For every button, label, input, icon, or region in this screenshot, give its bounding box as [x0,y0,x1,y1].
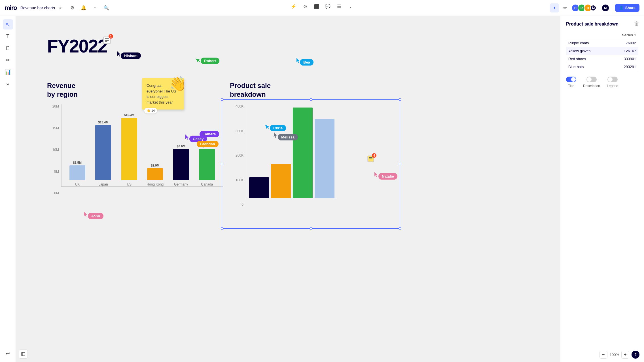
cursor-casey: Casey [185,134,190,141]
resize-handle-br[interactable] [399,227,401,230]
menu-icon[interactable]: ☰ [334,1,344,11]
user-label-john: John [88,213,103,219]
row-value-red-shoes[interactable]: 333901 [609,55,638,63]
more-tools[interactable]: » [3,79,13,89]
svg-rect-7 [22,352,25,356]
cursor-melissa: Melissa [274,133,278,140]
present-icon[interactable]: ✦ [550,3,559,12]
frame-icon[interactable]: ⬛ [311,1,321,11]
product-chart-note-icon[interactable]: 4 [367,155,375,164]
bar-canada: $7.6M Canada [194,144,220,186]
legend-toggle[interactable] [607,77,618,82]
share-board-icon[interactable]: ↑ [90,3,99,12]
description-toggle[interactable] [586,77,597,82]
star-icon[interactable]: ★ [58,6,62,10]
notifications-icon[interactable]: 🔔 [79,3,88,12]
bar-yellow-gloves [270,164,292,198]
data-table: Series 1 Purple coats 76032 Yellow glove… [566,31,638,71]
bar-us-rect[interactable] [121,118,137,180]
help-button[interactable]: ? [632,351,639,359]
resize-handle-mr[interactable] [399,163,401,165]
user-label-melissa: Melissa [278,134,298,140]
lightning-icon[interactable]: ⚡ [289,1,299,11]
row-label-blue-hats: Blue hats [566,63,609,71]
board-title[interactable]: Revenue bar charts [20,6,55,10]
toggle-row: Title Description Legend [566,77,638,88]
bar-label-uk: UK [75,182,80,186]
table-row[interactable]: Purple coats 76032 [566,39,638,47]
resize-handle-bl[interactable] [221,227,223,230]
app-logo: miro [5,4,17,12]
bar-japan-rect[interactable] [95,125,111,180]
cursor-hisham: Hisham [117,51,122,58]
col-header-series: Series 1 [609,31,638,39]
row-label-red-shoes: Red shoes [566,55,609,63]
table-row[interactable]: Yellow gloves 126167 [566,47,638,55]
settings-icon[interactable]: ⚙ [68,3,77,12]
pen-tool[interactable]: ✏ [3,55,13,65]
table-row[interactable]: Red shoes 333901 [566,55,638,63]
bar-hongkong: $2.9M Hong Kong [142,164,168,186]
row-label-purple-coats: Purple coats [566,39,609,47]
bar-us: $15.3M US [116,113,142,186]
user-label-natalie: Natalie [378,173,397,180]
delete-button[interactable]: 🗑 [634,20,639,27]
user-avatar: M [601,4,609,12]
user-label-robert: Robert [201,58,219,64]
legend-toggle-label: Legend [607,84,618,88]
share-icon: 👤 [619,6,624,10]
bar-canada-rect[interactable] [199,149,215,180]
row-value-yellow-gloves[interactable]: 126167 [609,47,638,55]
toggle-knob [608,77,613,82]
user-label-brendan: Brendan [197,141,219,147]
cursor-natalie: Natalie [374,172,379,179]
collaborator-avatars: H R B 12 [573,4,596,12]
topbar: miro Revenue bar charts ★ ⚙ 🔔 ↑ 🔍 ⚡ ⊙ ⬛ … [0,0,644,16]
avatar-count[interactable]: 12 [590,5,596,11]
user-label-chris: Chris [270,125,286,131]
bar-red-shoes-rect[interactable] [293,108,313,198]
bar-label-canada: Canada [201,182,213,186]
description-toggle-item: Description [583,77,600,88]
chart-tool[interactable]: 📊 [3,67,13,77]
toggle-knob [571,77,576,82]
edit-icon[interactable]: ✏ [561,3,570,12]
more-icon[interactable]: ⌄ [345,1,355,11]
cursor-chris: Chris [266,124,270,131]
row-value-purple-coats[interactable]: 76032 [609,39,638,47]
toggle-sidebar-button[interactable] [19,350,28,359]
resize-handle-tr[interactable] [399,98,401,101]
zoom-out-button[interactable]: − [599,351,607,359]
bar-germany-rect[interactable] [173,149,189,180]
note-badge: 1 [109,34,113,39]
bar-hongkong-rect[interactable] [147,168,163,180]
bar-purple-coats-rect[interactable] [249,177,269,198]
bar-blue-hats [313,119,335,198]
bar-uk-rect[interactable] [69,165,85,180]
zoom-level[interactable]: 100% [610,353,619,357]
cursor-robert: Robert [197,57,201,64]
sticky-note-tool[interactable]: 🗒 [3,43,13,53]
fy-title[interactable]: FY2022 [47,36,107,57]
search-icon[interactable]: 🔍 [102,3,111,12]
text-tool[interactable]: T [3,31,13,41]
product-chart-title: Product salebreakdown [230,81,338,99]
row-value-blue-hats[interactable]: 293291 [609,63,638,71]
zoom-in-button[interactable]: + [621,351,629,359]
sticky-note-icon[interactable]: 1 [102,36,111,46]
timer-icon[interactable]: ⊙ [300,1,310,11]
bar-value-hongkong: $2.9M [151,164,160,167]
description-toggle-label: Description [583,84,600,88]
comment-icon[interactable]: 💬 [323,1,333,11]
share-button[interactable]: 👤 Share [615,4,639,12]
bar-label-us: US [127,182,132,186]
title-toggle[interactable] [566,77,576,82]
bar-label-hongkong: Hong Kong [147,182,164,186]
resize-handle-bc[interactable] [310,227,312,230]
y-axis-revenue: 20M 15M 10M 5M 0M [47,104,61,195]
select-tool[interactable]: ↖ [3,19,13,30]
bar-blue-hats-rect[interactable] [315,119,334,198]
undo-tool[interactable]: ↩ [3,348,13,359]
bar-yellow-gloves-rect[interactable] [271,164,291,198]
table-row[interactable]: Blue hats 293291 [566,63,638,71]
